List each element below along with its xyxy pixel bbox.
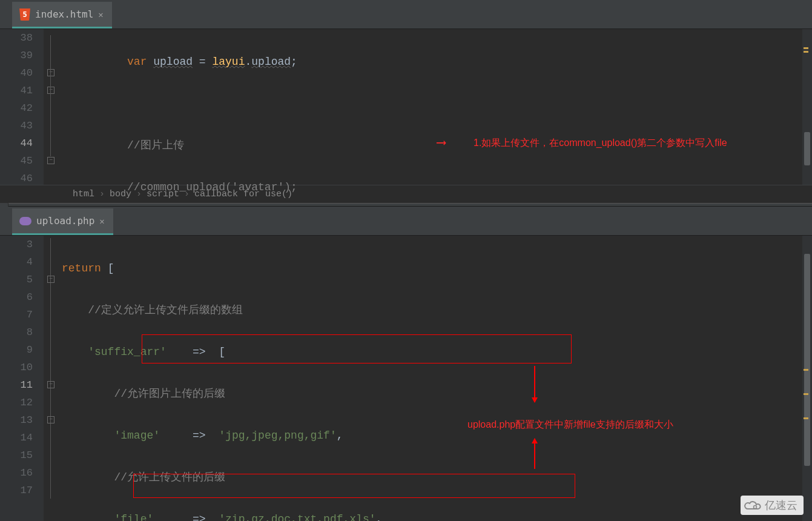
- fold-column-2[interactable]: − − −: [44, 236, 62, 521]
- highlight-box-1: [142, 334, 572, 363]
- fold-handle-icon[interactable]: −: [47, 381, 54, 388]
- marker-icon[interactable]: [804, 417, 808, 419]
- tab-index-html[interactable]: 5 index.html ✕: [12, 2, 112, 28]
- scroll-thumb[interactable]: [804, 254, 810, 466]
- scrollbar-1[interactable]: [802, 29, 812, 185]
- close-icon[interactable]: ✕: [98, 10, 103, 19]
- gutter-1: 38 39 40 41 42 43 44 45 46: [0, 29, 44, 185]
- tab-label: index.html: [35, 8, 93, 20]
- code-2[interactable]: return [ //定义允许上传文件后缀的数组 'suffix_arr' =>…: [62, 236, 812, 521]
- highlight-box-2: [133, 474, 575, 498]
- gutter-2: 3 4 5 6 7 8 9 10 11 12 13 14 15 16 17: [0, 236, 44, 521]
- html5-icon: 5: [19, 8, 30, 21]
- tab-bar-2: upload.php ✕: [0, 207, 812, 236]
- marker-icon[interactable]: [804, 51, 808, 53]
- tab-label: upload.php: [36, 215, 94, 227]
- arrow-right-icon: ⟶: [437, 134, 445, 151]
- arrow-down-icon: [534, 366, 535, 402]
- editor-pane-1: 5 index.html ✕ 38 39 40 41 42 43 44 45 4…: [0, 0, 812, 203]
- fold-column-1[interactable]: − − −: [44, 29, 62, 185]
- tab-bar-1: 5 index.html ✕: [0, 0, 812, 29]
- editor-pane-2: upload.php ✕ 3 4 5 6 7 8 9 10 11 12 13 1…: [0, 207, 812, 521]
- tab-upload-php[interactable]: upload.php ✕: [12, 208, 113, 235]
- arrow-up-icon: [534, 439, 535, 469]
- cloud-icon: [744, 499, 761, 511]
- marker-icon[interactable]: [804, 393, 808, 395]
- scrollbar-2[interactable]: [802, 236, 812, 521]
- code-area-2[interactable]: 3 4 5 6 7 8 9 10 11 12 13 14 15 16 17 − …: [0, 236, 812, 521]
- fold-handle-icon[interactable]: −: [47, 69, 54, 76]
- close-icon[interactable]: ✕: [99, 216, 104, 226]
- scroll-thumb[interactable]: [804, 132, 810, 165]
- svg-point-0: [754, 506, 757, 509]
- fold-handle-icon[interactable]: −: [47, 157, 54, 164]
- watermark-logo: 亿速云: [741, 496, 804, 515]
- fold-handle-icon[interactable]: −: [47, 416, 54, 423]
- fold-handle-icon[interactable]: −: [47, 87, 54, 94]
- code-area-1[interactable]: 38 39 40 41 42 43 44 45 46 − − − var upl…: [0, 29, 812, 185]
- php-icon: [19, 217, 31, 225]
- marker-icon[interactable]: [804, 369, 808, 371]
- marker-icon[interactable]: [804, 47, 808, 49]
- fold-handle-icon[interactable]: −: [47, 276, 54, 283]
- code-1[interactable]: var upload = layui.upload; //图片上传 //comm…: [62, 29, 812, 185]
